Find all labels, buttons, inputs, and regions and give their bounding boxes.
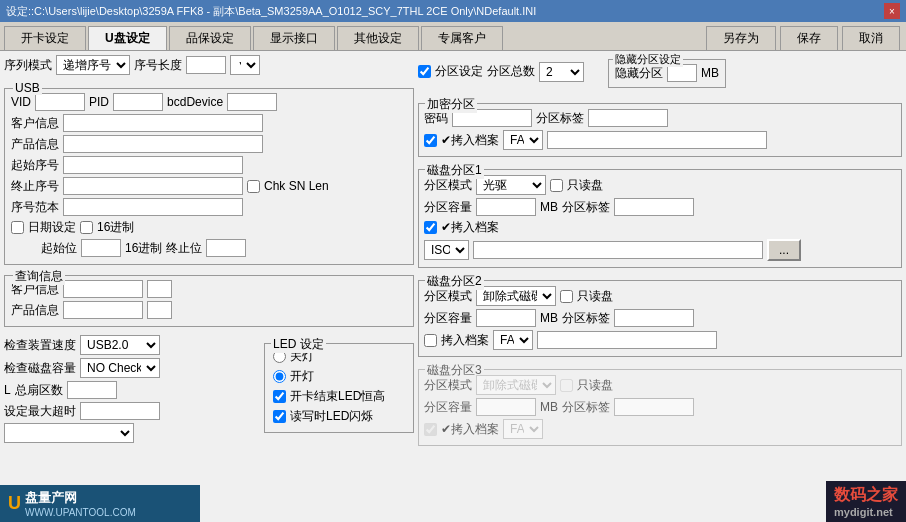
disk2-tag-input[interactable] bbox=[614, 309, 694, 327]
disk2-size-row: 分区容量 0 MB 分区标签 bbox=[424, 309, 896, 327]
partition-total-select[interactable]: 1 2 3 4 bbox=[539, 62, 584, 82]
query-customer-input[interactable]: 宝捷通讯 bbox=[63, 280, 143, 298]
disk3-readonly-checkbox[interactable] bbox=[560, 379, 573, 392]
led-read-flash-checkbox[interactable] bbox=[273, 410, 286, 423]
pid-label: PID bbox=[89, 95, 109, 109]
usb-snsample-row: 序号范本 001107211401288700 bbox=[11, 198, 407, 216]
led-read-flash-row: 读写时LED闪烁 bbox=[273, 408, 405, 425]
hex-checkbox[interactable] bbox=[80, 221, 93, 234]
max-time-select[interactable] bbox=[4, 423, 134, 443]
total-sectors-input[interactable]: 0 bbox=[67, 381, 117, 399]
tab-save[interactable]: 保存 bbox=[780, 26, 838, 50]
check-disk-label: 检查磁盘容量 bbox=[4, 360, 76, 377]
pid-input[interactable]: 3259 bbox=[113, 93, 163, 111]
led-end-high-checkbox[interactable] bbox=[273, 390, 286, 403]
partition-total-label: 分区总数 bbox=[487, 63, 535, 80]
startpos-input[interactable] bbox=[81, 239, 121, 257]
disk3-mode-label: 分区模式 bbox=[424, 377, 472, 394]
disk1-browse-button[interactable]: ... bbox=[767, 239, 801, 261]
disk3-tag-label: 分区标签 bbox=[562, 399, 610, 416]
startsn-input[interactable]: 001107211401288700 bbox=[63, 156, 243, 174]
hidden-group-title: 隐藏分区设定 bbox=[613, 52, 683, 67]
close-button[interactable]: × bbox=[884, 3, 900, 19]
led-on-row: 开灯 bbox=[273, 368, 405, 385]
disk1-path-input[interactable]: F:\cn_windows_10_multiple_editions_versi… bbox=[473, 241, 763, 259]
watermark2-line2: mydigit.net bbox=[834, 506, 898, 518]
mount0-checkbox[interactable] bbox=[424, 134, 437, 147]
disk2-size-input[interactable]: 0 bbox=[476, 309, 536, 327]
check-disk-select[interactable]: NO Check Check bbox=[80, 358, 160, 378]
endpos-label: 终止位 bbox=[166, 240, 202, 257]
mount0-fat-select[interactable]: FAT bbox=[503, 130, 543, 150]
serial-mode-select[interactable]: 递增序号 固定序号 随机序号 bbox=[56, 55, 130, 75]
disk3-fat-select[interactable]: FAT bbox=[503, 419, 543, 439]
tab-other[interactable]: 其他设定 bbox=[337, 26, 419, 50]
led-group: LED 设定 关灯 开灯 开卡结束LED恒高 读写时LED闪烁 bbox=[264, 343, 414, 433]
partition-row: 分区设定 分区总数 1 2 3 4 隐藏分区设定 隐藏分区 32 MB bbox=[418, 55, 902, 88]
disk2-title: 磁盘分区2 bbox=[425, 273, 484, 290]
disk1-mount-checkbox[interactable] bbox=[424, 221, 437, 234]
disk2-fat-select[interactable]: FAT bbox=[493, 330, 533, 350]
bcd-label: bcdDevice bbox=[167, 95, 223, 109]
disk3-mode-row: 分区模式 卸除式磁碟 只读盘 bbox=[424, 375, 896, 395]
disk1-mode-select[interactable]: 光驱 U盘 隐藏 bbox=[476, 175, 546, 195]
mount0-path[interactable] bbox=[547, 131, 767, 149]
disk1-size-label: 分区容量 bbox=[424, 199, 472, 216]
disk1-size-input[interactable]: 11080 bbox=[476, 198, 536, 216]
tab-cancel[interactable]: 取消 bbox=[842, 26, 900, 50]
endsn-label: 终止序号 bbox=[11, 178, 59, 195]
disk3-mount-checkbox[interactable] bbox=[424, 423, 437, 436]
encrypt-tag-input[interactable]: SEC Disk bbox=[588, 109, 668, 127]
disk1-readonly-label: 只读盘 bbox=[567, 177, 603, 194]
usb-vid-row: VID 090C PID 3259 bcdDevice 1100 bbox=[11, 93, 407, 111]
disk1-mount-label: ✔拷入档案 bbox=[441, 219, 499, 236]
encrypt-group: 加密分区 密码 1111 分区标签 SEC Disk ✔拷入档案 FAT bbox=[418, 103, 902, 157]
disk3-size-input[interactable]: 200 bbox=[476, 398, 536, 416]
disk1-readonly-checkbox[interactable] bbox=[550, 179, 563, 192]
title-bar: 设定::C:\Users\lijie\Desktop\3259A FFK8 - … bbox=[0, 0, 906, 22]
date-checkbox[interactable] bbox=[11, 221, 24, 234]
bcd-input[interactable]: 1100 bbox=[227, 93, 277, 111]
disk2-readonly-checkbox[interactable] bbox=[560, 290, 573, 303]
disk2-mount-checkbox[interactable] bbox=[424, 334, 437, 347]
tab-quality[interactable]: 品保设定 bbox=[169, 26, 251, 50]
disk2-path-input[interactable]: D:\2013社 bbox=[537, 331, 717, 349]
tab-customer[interactable]: 专属客户 bbox=[421, 26, 503, 50]
endsn-input[interactable]: 001107211401288700 bbox=[63, 177, 243, 195]
max-time-input[interactable]: 999999999 bbox=[80, 402, 160, 420]
tab-usb[interactable]: U盘设定 bbox=[88, 26, 167, 50]
disk3-mode-select[interactable]: 卸除式磁碟 bbox=[476, 375, 556, 395]
check-speed-label: 检查装置速度 bbox=[4, 337, 76, 354]
usb-group: USB VID 090C PID 3259 bcdDevice 1100 客户信… bbox=[4, 88, 414, 265]
endpos-input[interactable] bbox=[206, 239, 246, 257]
led-on-radio[interactable] bbox=[273, 370, 286, 383]
query-product-num[interactable]: 16 bbox=[147, 301, 172, 319]
disk2-size-unit: MB bbox=[540, 311, 558, 325]
serial-length-input[interactable]: 20 bbox=[186, 56, 226, 74]
disk3-mount-label: ✔拷入档案 bbox=[441, 421, 499, 438]
tab-display[interactable]: 显示接口 bbox=[253, 26, 335, 50]
vid-label: VID bbox=[11, 95, 31, 109]
query-product-input[interactable]: 系统维护专用 bbox=[63, 301, 143, 319]
disk3-tag-input[interactable]: Lun2 bbox=[614, 398, 694, 416]
tab-save-as[interactable]: 另存为 bbox=[706, 26, 776, 50]
tab-open-card[interactable]: 开卡设定 bbox=[4, 26, 86, 50]
watermark-right: 数码之家 mydigit.net bbox=[826, 481, 906, 522]
query-customer-num[interactable]: 8 bbox=[147, 280, 172, 298]
disk3-readonly-label: 只读盘 bbox=[577, 377, 613, 394]
serial-length-select[interactable]: ▼ bbox=[230, 55, 260, 75]
check-speed-select[interactable]: USB2.0 USB1.1 不检查 bbox=[80, 335, 160, 355]
disk1-iso-select[interactable]: ISO bbox=[424, 240, 469, 260]
chksn-checkbox[interactable] bbox=[247, 180, 260, 193]
vid-input[interactable]: 090C bbox=[35, 93, 85, 111]
disk1-size-row: 分区容量 11080 MB 分区标签 CD-ROM bbox=[424, 198, 896, 216]
hidden-label: 隐藏分区 bbox=[615, 65, 663, 82]
product-input[interactable]: CD+HDD+ZIP bbox=[63, 135, 263, 153]
snsample-input[interactable]: 001107211401288700 bbox=[63, 198, 243, 216]
disk2-mode-select[interactable]: 卸除式磁碟 光驱 U盘 bbox=[476, 286, 556, 306]
disk1-tag-input[interactable]: CD-ROM bbox=[614, 198, 694, 216]
disk3-size-label: 分区容量 bbox=[424, 399, 472, 416]
hex2-label: 16进制 bbox=[125, 240, 162, 257]
customer-input[interactable]: SMI bbox=[63, 114, 263, 132]
partition-checkbox[interactable] bbox=[418, 65, 431, 78]
